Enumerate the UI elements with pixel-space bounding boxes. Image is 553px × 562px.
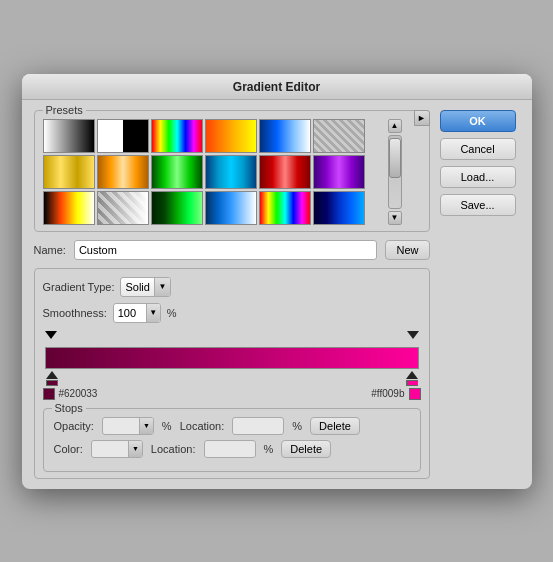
color-stop-swatch-left — [46, 380, 58, 386]
smoothness-field[interactable]: 100 ▼ — [113, 303, 161, 323]
list-item[interactable] — [313, 191, 365, 225]
color-location-unit: % — [264, 443, 274, 455]
opacity-stop-arrow-left — [45, 331, 57, 339]
list-item[interactable] — [205, 191, 257, 225]
list-item[interactable] — [151, 191, 203, 225]
gradient-type-row: Gradient Type: Solid ▼ — [43, 277, 421, 297]
name-input[interactable] — [74, 240, 378, 260]
list-item[interactable] — [151, 155, 203, 189]
stops-section: Stops Opacity: ▼ % Location: % Delete — [43, 408, 421, 472]
scroll-up-arrow[interactable]: ▲ — [388, 119, 402, 133]
list-item[interactable] — [313, 119, 365, 153]
list-item[interactable] — [259, 155, 311, 189]
opacity-location-unit: % — [292, 420, 302, 432]
opacity-stop-arrow-right — [407, 331, 419, 339]
gradient-type-arrow[interactable]: ▼ — [154, 278, 170, 296]
list-item[interactable] — [313, 155, 365, 189]
left-color-swatch — [43, 388, 55, 400]
color-stop-right[interactable] — [405, 371, 419, 385]
load-button[interactable]: Load... — [440, 166, 516, 188]
opacity-stop-right[interactable] — [407, 331, 419, 345]
cancel-button[interactable]: Cancel — [440, 138, 516, 160]
color-stop-input-arrow[interactable]: ▼ — [128, 441, 142, 457]
opacity-stop-row: Opacity: ▼ % Location: % Delete — [54, 417, 410, 435]
smoothness-unit: % — [167, 307, 177, 319]
color-values-row: #620033 #ff009b — [43, 388, 421, 400]
color-stop-left[interactable] — [45, 371, 59, 385]
color-stop-swatch-input[interactable]: ▼ — [91, 440, 143, 458]
gradient-bar[interactable] — [45, 347, 419, 369]
smoothness-row: Smoothness: 100 ▼ % — [43, 303, 421, 323]
list-item[interactable] — [97, 119, 149, 153]
list-item[interactable] — [205, 155, 257, 189]
delete-opacity-button[interactable]: Delete — [310, 417, 360, 435]
gradient-type-select[interactable]: Solid ▼ — [120, 277, 170, 297]
scroll-thumb[interactable] — [389, 138, 401, 178]
color-stop-swatch-right — [406, 380, 418, 386]
gradient-section: Gradient Type: Solid ▼ Smoothness: 100 ▼… — [34, 268, 430, 479]
name-row: Name: New — [34, 240, 430, 260]
opacity-percent: % — [162, 420, 172, 432]
presets-grid — [43, 119, 365, 225]
opacity-location-label: Location: — [180, 420, 225, 432]
scroll-down-arrow[interactable]: ▼ — [388, 211, 402, 225]
delete-color-button[interactable]: Delete — [281, 440, 331, 458]
smoothness-label: Smoothness: — [43, 307, 107, 319]
scroll-track — [388, 135, 402, 209]
dialog-title-text: Gradient Editor — [233, 80, 320, 94]
list-item[interactable] — [97, 155, 149, 189]
gradient-type-value: Solid — [121, 281, 153, 293]
left-panel: Presets ► — [34, 110, 430, 479]
color-val-left: #620033 — [43, 388, 98, 400]
color-stop-arrow-left — [46, 371, 58, 379]
color-stops-bottom-row — [45, 371, 419, 385]
list-item[interactable] — [151, 119, 203, 153]
gradient-stops-wrapper — [43, 331, 421, 385]
color-stop-arrow-right — [406, 371, 418, 379]
right-color-swatch — [409, 388, 421, 400]
gradient-type-label: Gradient Type: — [43, 281, 115, 293]
color-location-input[interactable] — [204, 440, 256, 458]
list-item[interactable] — [97, 191, 149, 225]
opacity-stop-input[interactable]: ▼ — [102, 417, 154, 435]
presets-scrollbar: ▲ ▼ — [387, 119, 403, 225]
gradient-editor-dialog: Gradient Editor Presets ► — [22, 74, 532, 489]
color-stop-row: Color: ▼ Location: % Delete — [54, 440, 410, 458]
list-item[interactable] — [43, 155, 95, 189]
list-item[interactable] — [259, 119, 311, 153]
color-location-label: Location: — [151, 443, 196, 455]
list-item[interactable] — [43, 119, 95, 153]
opacity-location-input[interactable] — [232, 417, 284, 435]
color-val-right: #ff009b — [371, 388, 420, 400]
opacity-stop-left[interactable] — [45, 331, 57, 345]
opacity-stops-row — [45, 331, 419, 345]
presets-section: Presets ► — [34, 110, 430, 232]
color-stop-label: Color: — [54, 443, 83, 455]
name-label: Name: — [34, 244, 66, 256]
dialog-title: Gradient Editor — [22, 74, 532, 100]
presets-menu-button[interactable]: ► — [414, 110, 430, 126]
presets-container: ▲ ▼ — [43, 119, 421, 225]
opacity-stop-label: Opacity: — [54, 420, 94, 432]
list-item[interactable] — [205, 119, 257, 153]
list-item[interactable] — [259, 191, 311, 225]
presets-label: Presets — [43, 104, 86, 116]
opacity-stop-arrow[interactable]: ▼ — [139, 418, 153, 434]
save-button[interactable]: Save... — [440, 194, 516, 216]
right-panel: OK Cancel Load... Save... — [440, 110, 520, 479]
new-button[interactable]: New — [385, 240, 429, 260]
list-item[interactable] — [43, 191, 95, 225]
smoothness-arrow[interactable]: ▼ — [146, 304, 160, 322]
right-color-hex: #ff009b — [371, 388, 404, 399]
ok-button[interactable]: OK — [440, 110, 516, 132]
smoothness-value: 100 — [114, 307, 146, 319]
stops-section-label: Stops — [52, 402, 86, 414]
left-color-hex: #620033 — [59, 388, 98, 399]
